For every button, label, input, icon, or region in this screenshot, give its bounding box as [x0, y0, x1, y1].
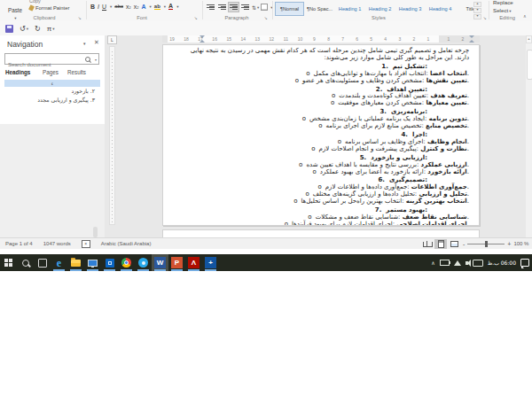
volume-icon[interactable]	[466, 261, 468, 265]
close-icon[interactable]: ✕	[94, 39, 99, 46]
search-input[interactable]	[5, 59, 77, 67]
paragraph-dialog-launcher-icon[interactable]: ↘	[264, 16, 268, 20]
style-heading-3[interactable]: Heading 3	[395, 2, 425, 16]
style--normal[interactable]: ¶Normal	[275, 2, 304, 16]
chevron-down-icon[interactable]: ▾	[176, 4, 178, 9]
zoom-slider-thumb[interactable]	[485, 241, 488, 247]
search-icon[interactable]	[85, 57, 90, 62]
ruler-number: 16	[210, 36, 219, 42]
chevron-down-icon[interactable]: ▾	[83, 41, 86, 46]
vertical-scrollbar[interactable]: ▲	[526, 35, 532, 237]
italic-button[interactable]: I	[98, 4, 99, 10]
style-heading-2[interactable]: Heading 2	[365, 2, 395, 16]
chrome-icon	[121, 258, 131, 268]
nav-heading-item[interactable]: ٣. پیگیری و ارزیابی مجدد	[4, 96, 100, 105]
font-dialog-launcher-icon[interactable]: ↘	[194, 16, 198, 20]
clipboard-dialog-launcher-icon[interactable]: ↘	[78, 16, 82, 20]
zoom-in-button[interactable]: +	[507, 241, 511, 247]
chrome-taskbar-button[interactable]	[118, 254, 135, 271]
shading-button[interactable]	[261, 4, 268, 11]
nav-pane-scrollbar[interactable]	[93, 227, 98, 237]
replace-button[interactable]: Replace	[493, 0, 513, 5]
align-center-button[interactable]	[217, 3, 227, 12]
strikethrough-button[interactable]: abc	[114, 4, 123, 9]
blue-app-taskbar-button[interactable]	[101, 254, 118, 271]
gallery-down-icon[interactable]: ▼	[473, 8, 481, 13]
tab-pages[interactable]: Pages	[43, 69, 59, 75]
edge-taskbar-button[interactable]: e	[51, 254, 67, 271]
save-button[interactable]	[5, 25, 13, 33]
touch-keyboard-icon[interactable]	[473, 260, 483, 267]
taskbar-apps: eWPΛ+	[0, 254, 219, 271]
gallery-up-icon[interactable]: ▲	[473, 2, 481, 7]
equation-button[interactable]: π▾	[47, 25, 55, 33]
section-title: اجرا:	[412, 131, 427, 138]
select-button[interactable]: Select▾	[493, 7, 511, 13]
format-painter-button[interactable]: Format Painter	[29, 5, 69, 11]
redo-button[interactable]: ↻	[35, 25, 41, 33]
network-icon[interactable]	[454, 260, 461, 266]
hidden-icons-chevron[interactable]: ∧	[431, 260, 434, 266]
style-heading-1[interactable]: Heading 1	[335, 2, 364, 16]
style-heading-4[interactable]: Heading 4	[426, 2, 455, 16]
start-taskbar-button[interactable]	[0, 254, 17, 271]
messenger-app-taskbar-button[interactable]	[135, 254, 152, 271]
underline-button[interactable]: U	[102, 4, 106, 10]
tab-headings[interactable]: Headings	[5, 69, 30, 75]
nav-heading-item[interactable]: ء	[4, 80, 100, 87]
subscript-button[interactable]: x2	[126, 4, 131, 10]
select-label: Select	[493, 7, 508, 13]
search-taskbar-button[interactable]	[17, 254, 34, 271]
copy-button[interactable]: Copy	[29, 0, 41, 4]
blue-app-2-taskbar-button[interactable]: +	[202, 254, 219, 271]
search-box[interactable]: ▾	[4, 53, 99, 65]
align-right-button[interactable]	[229, 3, 239, 12]
align-left-button[interactable]	[206, 3, 215, 12]
chevron-down-icon[interactable]: ▾	[150, 4, 152, 9]
task-view-taskbar-button[interactable]	[34, 254, 51, 271]
font-color-button[interactable]: A	[168, 3, 173, 10]
action-center-icon[interactable]	[520, 259, 529, 267]
print-layout-button[interactable]	[434, 239, 447, 249]
web-layout-button[interactable]	[448, 239, 460, 249]
chevron-down-icon[interactable]: ▾	[95, 58, 97, 62]
zoom-out-button[interactable]: -	[463, 241, 465, 247]
word-taskbar-button[interactable]: W	[152, 254, 168, 271]
clock[interactable]: 06:00 ب.ظ	[488, 260, 516, 266]
text-highlight-button[interactable]: ab	[154, 4, 160, 10]
chevron-down-icon[interactable]: ▾	[164, 4, 166, 9]
scroll-up-icon[interactable]: ▲	[526, 35, 532, 43]
text-effects-button[interactable]: A	[142, 4, 146, 10]
chevron-down-icon[interactable]: ▾	[110, 4, 112, 9]
nav-heading-item[interactable]: ٢. بازخورد	[4, 87, 100, 96]
justify-button[interactable]	[240, 3, 250, 12]
styles-dialog-launcher-icon[interactable]: ↘	[483, 16, 487, 20]
acrobat-taskbar-button[interactable]: Λ	[185, 254, 202, 271]
gallery-expand-icon[interactable]: ▼	[473, 14, 481, 19]
scrollbar-thumb[interactable]	[527, 50, 532, 80]
tab-results[interactable]: Results	[67, 69, 86, 75]
language-indicator[interactable]: Arabic (Saudi Arabia)	[101, 241, 152, 246]
document-page[interactable]: چرخه تعامل و تصمیم گیری تیمی شامل چندین …	[162, 44, 480, 226]
monitor-app-taskbar-button[interactable]	[84, 254, 101, 271]
bold-button[interactable]: B	[90, 4, 95, 10]
styles-gallery-scroll[interactable]: ▲ ▼ ▼	[473, 2, 481, 19]
right-indent-marker[interactable]	[469, 35, 474, 43]
style--no-spac-[interactable]: ¶No Spac...	[305, 2, 334, 16]
powerpoint-taskbar-button[interactable]: P	[168, 254, 185, 271]
bullet-term: اجرای اقدامات اصلاحی	[396, 221, 467, 226]
proofing-status-icon[interactable]: ×	[82, 240, 90, 248]
file-explorer-taskbar-button[interactable]	[67, 254, 84, 271]
collapse-ribbon-icon[interactable]: ∧	[523, 13, 527, 19]
superscript-button[interactable]: x2	[134, 4, 139, 10]
tab-stop-selector[interactable]: L	[107, 35, 117, 44]
page-indicator[interactable]: Page 1 of 4	[5, 241, 33, 246]
document-page-2[interactable]	[162, 229, 480, 237]
battery-icon[interactable]	[440, 260, 450, 266]
word-count[interactable]: 1047 words	[43, 241, 71, 246]
undo-button[interactable]: ↺▾	[20, 25, 28, 33]
zoom-level[interactable]: 100 %	[513, 241, 528, 246]
line-spacing-button[interactable]: ⇅▾	[252, 4, 259, 11]
read-mode-button[interactable]	[421, 239, 434, 249]
zoom-slider[interactable]	[467, 244, 505, 244]
